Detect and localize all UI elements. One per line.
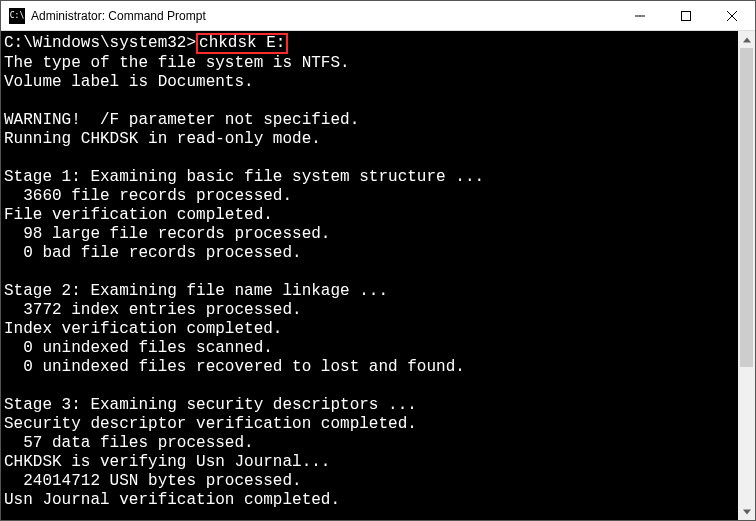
output-line: 3772 index entries processed. <box>4 301 738 320</box>
terminal-content: C:\Windows\system32>chkdsk E: The type o… <box>4 33 755 520</box>
blank-line <box>4 510 738 520</box>
scroll-track[interactable] <box>738 48 755 503</box>
svg-rect-1 <box>682 12 691 21</box>
window-controls <box>617 1 755 30</box>
command-highlight: chkdsk E: <box>196 33 288 54</box>
scroll-down-arrow-icon[interactable] <box>738 503 755 520</box>
output-line: 24014712 USN bytes processed. <box>4 472 738 491</box>
output-line: Running CHKDSK in read-only mode. <box>4 130 738 149</box>
output-line: Stage 1: Examining basic file system str… <box>4 168 738 187</box>
output-line: 0 unindexed files scanned. <box>4 339 738 358</box>
output-line: File verification completed. <box>4 206 738 225</box>
app-icon: C:\ <box>9 8 25 24</box>
minimize-button[interactable] <box>617 1 663 31</box>
output-line: Volume label is Documents. <box>4 73 738 92</box>
output-line: 57 data files processed. <box>4 434 738 453</box>
output-line <box>4 92 738 111</box>
output-line: 0 unindexed files recovered to lost and … <box>4 358 738 377</box>
output-line: Index verification completed. <box>4 320 738 339</box>
scroll-thumb[interactable] <box>740 48 753 367</box>
command-prompt-window: C:\ Administrator: Command Prompt C:\Win… <box>0 0 756 521</box>
output-line: Security descriptor verification complet… <box>4 415 738 434</box>
output-line <box>4 263 738 282</box>
close-button[interactable] <box>709 1 755 31</box>
prompt-path: C:\Windows\system32> <box>4 34 196 52</box>
output-line: Stage 2: Examining file name linkage ... <box>4 282 738 301</box>
output-line: Stage 3: Examining security descriptors … <box>4 396 738 415</box>
output-line: CHKDSK is verifying Usn Journal... <box>4 453 738 472</box>
scroll-up-arrow-icon[interactable] <box>738 31 755 48</box>
prompt-line: C:\Windows\system32>chkdsk E: <box>4 33 738 54</box>
output-line: The type of the file system is NTFS. <box>4 54 738 73</box>
vertical-scrollbar[interactable] <box>738 31 755 520</box>
output-line: WARNING! /F parameter not specified. <box>4 111 738 130</box>
output-line <box>4 149 738 168</box>
output-line: Usn Journal verification completed. <box>4 491 738 510</box>
output-line: 3660 file records processed. <box>4 187 738 206</box>
output-line: 98 large file records processed. <box>4 225 738 244</box>
maximize-button[interactable] <box>663 1 709 31</box>
titlebar[interactable]: C:\ Administrator: Command Prompt <box>1 1 755 31</box>
output-line <box>4 377 738 396</box>
output-line: 0 bad file records processed. <box>4 244 738 263</box>
window-title: Administrator: Command Prompt <box>31 9 617 23</box>
terminal-area[interactable]: C:\Windows\system32>chkdsk E: The type o… <box>1 31 755 520</box>
